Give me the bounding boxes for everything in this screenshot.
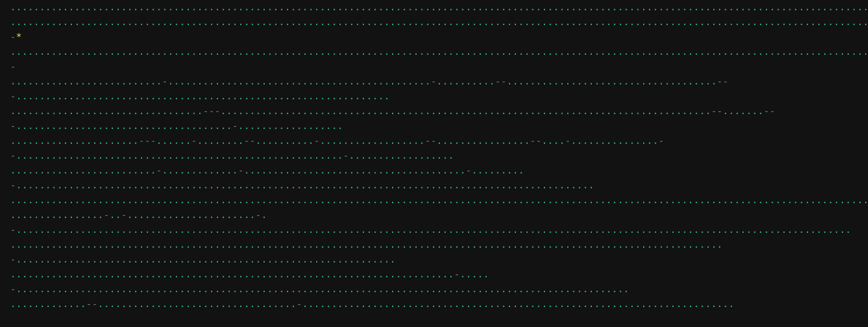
test-result-dots: ........................................… — [0, 0, 868, 312]
